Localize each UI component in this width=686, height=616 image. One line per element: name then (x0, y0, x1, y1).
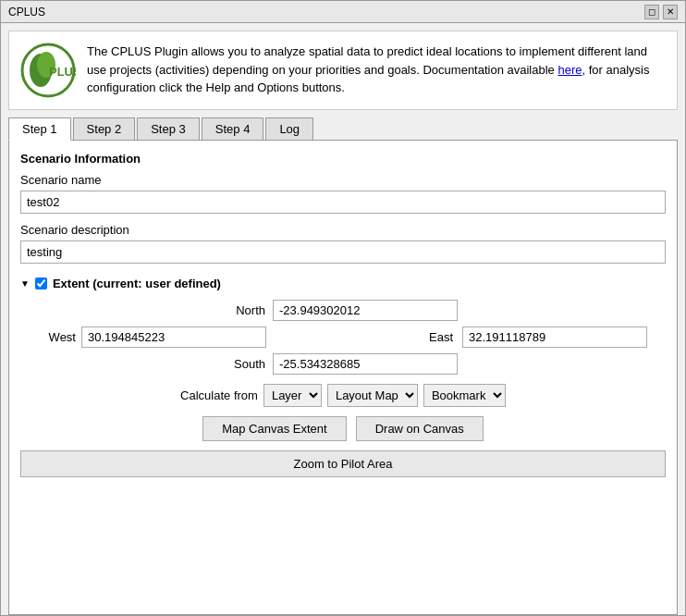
tab-step3[interactable]: Step 3 (137, 117, 200, 140)
cplus-logo: PLUS (20, 43, 76, 98)
extent-section: ▼ Extent (current: user defined) North W… (20, 277, 666, 477)
svg-text:PLUS: PLUS (49, 65, 76, 79)
east-label: East (429, 330, 453, 344)
calc-from-label: Calculate from (180, 388, 258, 402)
south-label: South (228, 357, 265, 371)
tabs-section: Step 1 Step 2 Step 3 Step 4 Log Scenario… (8, 117, 678, 615)
scenario-desc-label: Scenario description (20, 223, 666, 237)
north-input[interactable] (273, 300, 458, 321)
close-button[interactable]: ✕ (663, 5, 678, 19)
tab-step2[interactable]: Step 2 (73, 117, 136, 140)
window-controls: ◻ ✕ (644, 5, 678, 19)
west-label: West (39, 330, 76, 344)
coord-north-row: North (20, 300, 666, 321)
coord-we-row: West East (20, 326, 666, 348)
tab-log[interactable]: Log (265, 117, 313, 140)
coord-grid: North West East (20, 300, 666, 375)
scenario-name-label: Scenario name (20, 173, 666, 187)
bookmark-dropdown[interactable]: Bookmark (423, 384, 506, 407)
east-group: East (429, 326, 647, 348)
draw-on-canvas-button[interactable]: Draw on Canvas (356, 416, 484, 441)
extent-btn-row: Map Canvas Extent Draw on Canvas (20, 416, 666, 441)
extent-checkbox[interactable] (35, 277, 47, 290)
window-title: CPLUS (8, 6, 45, 18)
extent-header-label: Extent (current: user defined) (53, 277, 221, 290)
header-description: The CPLUS Plugin allows you to analyze s… (87, 43, 666, 97)
header-link[interactable]: here (557, 63, 582, 77)
extent-collapse-icon[interactable]: ▼ (20, 278, 30, 289)
tab-step4[interactable]: Step 4 (202, 117, 264, 140)
scenario-desc-input[interactable] (20, 240, 666, 264)
north-label: North (228, 303, 265, 317)
west-input[interactable] (81, 326, 266, 348)
scenario-section-title: Scenario Information (20, 152, 666, 166)
east-input[interactable] (462, 326, 647, 348)
south-input[interactable] (273, 353, 458, 375)
layer-dropdown[interactable]: Layer (263, 384, 322, 407)
tab-step1[interactable]: Step 1 (8, 117, 71, 141)
coord-south-row: South (20, 353, 666, 375)
zoom-to-pilot-area-button[interactable]: Zoom to Pilot Area (20, 450, 666, 477)
west-group: West (39, 326, 266, 348)
header-section: PLUS The CPLUS Plugin allows you to anal… (8, 31, 678, 110)
title-bar: CPLUS ◻ ✕ (1, 1, 685, 23)
tab-bar: Step 1 Step 2 Step 3 Step 4 Log (8, 117, 678, 141)
calc-row: Calculate from Layer Layout Map Bookmark (20, 384, 666, 407)
layout-map-dropdown[interactable]: Layout Map (327, 384, 418, 407)
main-window: CPLUS ◻ ✕ PLUS The CPLUS Plugin allows y… (0, 0, 686, 616)
map-canvas-extent-button[interactable]: Map Canvas Extent (202, 416, 346, 441)
restore-button[interactable]: ◻ (644, 5, 659, 19)
tab-content-step1: Scenario Information Scenario name Scena… (8, 141, 678, 615)
extent-header: ▼ Extent (current: user defined) (20, 277, 666, 290)
scenario-name-input[interactable] (20, 191, 666, 214)
